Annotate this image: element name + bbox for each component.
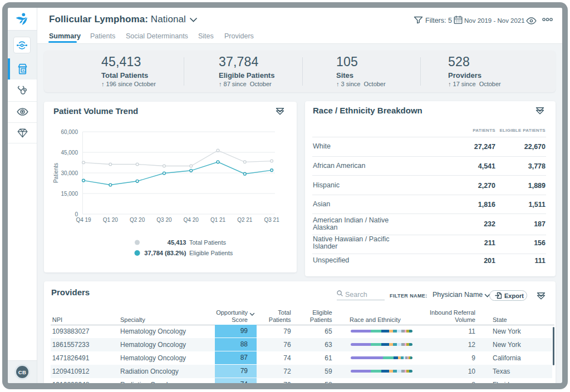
svg-text:45,000: 45,000 — [61, 150, 78, 156]
svg-text:Q3 21: Q3 21 — [264, 217, 279, 223]
svg-text:30,000: 30,000 — [61, 170, 78, 176]
svg-text:Q1 21: Q1 21 — [210, 217, 226, 223]
svg-text:Q4 20: Q4 20 — [184, 217, 199, 223]
svg-text:15,000: 15,000 — [61, 191, 78, 197]
svg-text:0: 0 — [75, 211, 78, 217]
svg-text:37,784 (83.2%): 37,784 (83.2%) — [144, 250, 186, 256]
svg-text:Eligible Patients: Eligible Patients — [189, 250, 233, 256]
svg-text:45,413: 45,413 — [168, 239, 186, 246]
svg-text:Q4 19: Q4 19 — [76, 217, 91, 223]
svg-text:Q2 20: Q2 20 — [130, 217, 145, 223]
svg-text:Patients: Patients — [53, 163, 59, 183]
svg-text:Q2 21: Q2 21 — [237, 217, 253, 223]
svg-text:Q1 20: Q1 20 — [103, 217, 119, 223]
svg-text:Q3 20: Q3 20 — [156, 217, 172, 223]
svg-text:Total Patients: Total Patients — [189, 239, 227, 246]
svg-text:60,000: 60,000 — [61, 129, 78, 135]
